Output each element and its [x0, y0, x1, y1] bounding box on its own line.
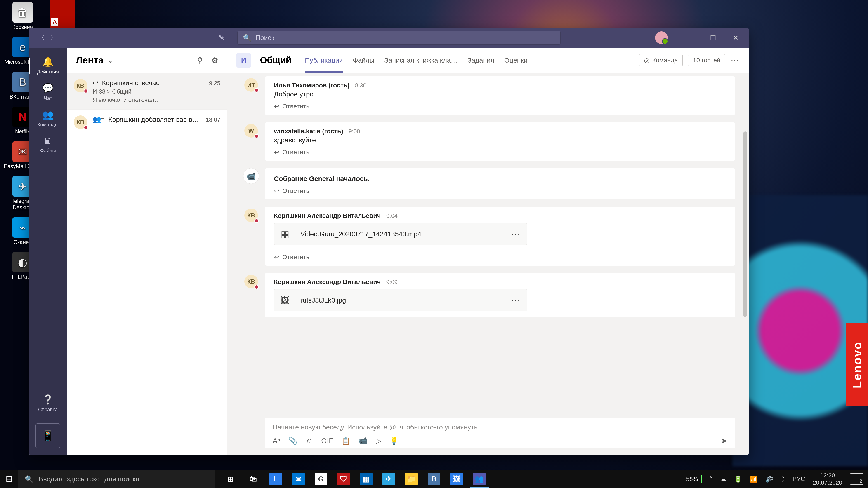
guests-chip[interactable]: 10 гостей: [688, 54, 725, 66]
bluetooth-icon[interactable]: ᛒ: [781, 475, 785, 483]
wifi-icon[interactable]: 📶: [750, 475, 758, 483]
attachment[interactable]: 🖼 rutsJ8tJLk0.jpg ⋯: [274, 289, 527, 311]
taskbar-app-vk[interactable]: B: [423, 470, 445, 488]
feed-item[interactable]: КВ ↩ Коряшкин отвечает9:25 И-38 > Общий …: [67, 73, 227, 109]
composer-tool[interactable]: ⋯: [407, 436, 414, 445]
chevron-down-icon[interactable]: ⌄: [107, 57, 113, 64]
icon-glyph: 🗑: [12, 2, 33, 23]
taskbar-app-telegram[interactable]: ✈: [377, 470, 400, 488]
clock[interactable]: 12:20 20.07.2020: [813, 472, 842, 486]
taskbar-app-lenovo-app[interactable]: L: [265, 470, 287, 488]
composer-tool[interactable]: 📎: [288, 436, 298, 445]
msg-text: здравствуйте: [274, 136, 726, 144]
composer-tool[interactable]: GIF: [321, 437, 333, 445]
msg-time: 9:04: [386, 213, 398, 219]
power-icon[interactable]: 🔋: [734, 475, 742, 483]
rail-label: Команды: [37, 122, 58, 128]
onedrive-icon[interactable]: ☁: [720, 475, 726, 483]
channel-tab[interactable]: Публикации: [305, 48, 343, 72]
channel-tab[interactable]: Оценки: [504, 48, 527, 72]
attachment-menu[interactable]: ⋯: [504, 295, 527, 305]
language-indicator[interactable]: РУС: [793, 475, 805, 483]
search-box[interactable]: 🔍 Поиск: [237, 31, 561, 44]
taskbar-app-explorer[interactable]: 📁: [400, 470, 423, 488]
composer-input[interactable]: [273, 423, 727, 431]
reply-icon: ↩: [274, 253, 279, 261]
adobe-reader-icon[interactable]: A: [50, 0, 74, 28]
channel-tab[interactable]: Задания: [467, 48, 494, 72]
rail-icon: 🔔: [42, 57, 54, 67]
reply-button[interactable]: ↩Ответить: [265, 185, 735, 199]
composer-tool[interactable]: 📋: [341, 436, 350, 445]
reply-button[interactable]: ↩Ответить: [265, 251, 735, 266]
send-button[interactable]: ➤: [721, 436, 727, 446]
volume-icon[interactable]: 🔊: [765, 475, 773, 483]
composer-tool[interactable]: Aᵃ: [273, 436, 280, 445]
tray-chevron-icon[interactable]: ˄: [709, 475, 712, 483]
gear-icon[interactable]: ⚙: [211, 56, 218, 65]
desktop-icon[interactable]: 🗑Корзина: [2, 2, 43, 30]
close-button[interactable]: ✕: [726, 31, 745, 44]
taskbar-app-photos[interactable]: 🖼: [445, 470, 468, 488]
taskbar-app-mail[interactable]: ✉: [287, 470, 310, 488]
rail-item[interactable]: 💬Чат: [29, 79, 67, 105]
taskbar-app-store[interactable]: 🛍: [242, 470, 265, 488]
taskbar-app-calculator[interactable]: ▦: [355, 470, 377, 488]
taskbar-search[interactable]: 🔍 Введите здесь текст для поиска: [18, 470, 215, 488]
reply-button[interactable]: ↩Ответить: [265, 100, 735, 115]
feed-title[interactable]: Лента: [76, 55, 103, 66]
taskbar-app-mcafee[interactable]: 🛡: [332, 470, 355, 488]
taskbar-app-chrome[interactable]: G: [310, 470, 332, 488]
rail-help[interactable]: ❔ Справка: [29, 390, 67, 417]
attachment[interactable]: ▦ Video.Guru_20200717_142413543.mp4 ⋯: [274, 223, 527, 245]
more-button[interactable]: ⋯: [731, 55, 740, 65]
messages-area: ИТ Илья Тихомиров (гость)8:30Доброе утро…: [227, 73, 749, 410]
feed-item[interactable]: КВ 👥⁺ Коряшкин добавляет вас в…18.07: [67, 109, 227, 135]
composer-tool[interactable]: 📹: [359, 436, 368, 445]
start-button[interactable]: ⊞: [0, 470, 18, 488]
taskbar-app-teams[interactable]: 👥: [468, 470, 491, 488]
channel-name[interactable]: Общий: [260, 55, 291, 65]
system-tray: 58% ˄ ☁ 🔋 📶 🔊 ᛒ РУС 12:20 20.07.2020 2: [678, 472, 868, 486]
composer-tool[interactable]: 💡: [390, 436, 399, 445]
maximize-button[interactable]: ☐: [704, 31, 722, 44]
taskbar-app-task-view[interactable]: ⊞: [219, 470, 242, 488]
minimize-button[interactable]: ─: [681, 31, 700, 44]
back-button[interactable]: 〈: [37, 33, 45, 43]
rail-device-button[interactable]: 📱: [35, 423, 60, 448]
team-avatar[interactable]: И: [237, 53, 251, 68]
composer-toolbar: Aᵃ📎☺GIF📋📹▷💡⋯➤: [273, 436, 727, 446]
reply-button[interactable]: ↩Ответить: [265, 146, 735, 161]
search-placeholder: Поиск: [255, 34, 274, 41]
action-center[interactable]: 2: [850, 473, 864, 485]
avatar: КВ: [244, 275, 258, 288]
filter-icon[interactable]: ⚲: [197, 56, 203, 65]
new-message-button[interactable]: ✎: [216, 31, 228, 44]
attachment-menu[interactable]: ⋯: [504, 229, 527, 239]
feed-header: Лента ⌄ ⚲ ⚙: [67, 48, 227, 73]
rail-item[interactable]: 👥Команды: [29, 105, 67, 132]
scrollbar-thumb[interactable]: [743, 131, 747, 317]
team-button[interactable]: ◎ Команда: [639, 54, 683, 66]
activity-feed: Лента ⌄ ⚲ ⚙ КВ ↩ Коряшкин отвечает9:25 И…: [67, 48, 227, 455]
battery-indicator[interactable]: 58%: [683, 475, 702, 484]
feed-time: 9:25: [209, 80, 220, 87]
channel-pane: И Общий ПубликацииФайлыЗаписная книжка к…: [227, 48, 749, 455]
avatar: W: [244, 124, 258, 138]
taskbar-apps: ⊞🛍L✉G🛡▦✈📁B🖼👥: [219, 470, 491, 488]
rail-item[interactable]: 🗎Файлы: [29, 132, 67, 158]
channel-tab[interactable]: Файлы: [353, 48, 374, 72]
notif-count: 2: [860, 479, 862, 484]
composer-tool[interactable]: ☺: [306, 437, 313, 445]
forward-button[interactable]: 〉: [50, 33, 57, 43]
profile-avatar[interactable]: [655, 31, 668, 44]
channel-tab[interactable]: Записная книжка кла…: [384, 48, 458, 72]
rail-label: Чат: [44, 95, 52, 101]
msg-time: 9:00: [348, 128, 360, 135]
lenovo-badge: Lenovo: [846, 323, 868, 406]
reply-icon: ↩: [274, 149, 279, 156]
rail-item[interactable]: 🔔Действия: [29, 53, 67, 79]
message-thread: W winxstella.katia (гость)9:00здравствуй…: [243, 119, 735, 164]
help-icon: ❔: [42, 394, 54, 405]
composer-tool[interactable]: ▷: [376, 436, 381, 445]
